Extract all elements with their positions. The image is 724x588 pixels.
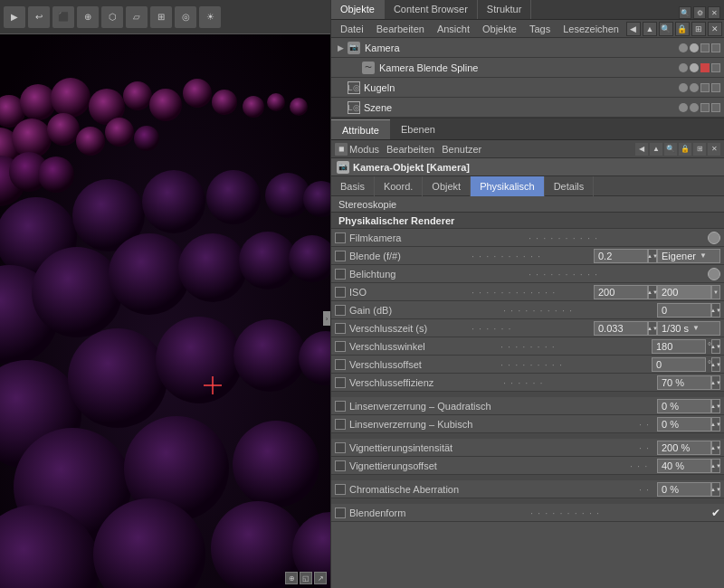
- prop-row-verschlussoffset[interactable]: Verschlussoffset · · · · · · · · · 0 ° ▲…: [331, 356, 724, 374]
- filmkamera-checkbox[interactable]: [335, 232, 346, 243]
- linsen-kub-value[interactable]: 0 %: [657, 417, 711, 432]
- tab-ebenen[interactable]: Ebenen: [390, 119, 446, 139]
- attr-expand[interactable]: ⊞: [693, 143, 706, 156]
- tab-objekte[interactable]: Objekte: [331, 0, 385, 19]
- attr-close[interactable]: ✕: [708, 143, 720, 156]
- nav-up[interactable]: ▲: [643, 22, 657, 36]
- verschlusseffizienz-value[interactable]: 70 %: [657, 375, 711, 390]
- toolbar-icon-6[interactable]: ▱: [126, 6, 148, 28]
- expand-kamera[interactable]: ▶: [335, 43, 346, 53]
- chrom-checkbox[interactable]: [335, 484, 346, 495]
- prop-row-verschlusseffizienz[interactable]: Verschlusseffizienz · · · · · · 70 % ▲▼: [331, 374, 724, 392]
- verschlussoffset-spinner[interactable]: ▲▼: [711, 357, 720, 372]
- menu-objekte[interactable]: Objekte: [477, 23, 522, 35]
- linsen-quad-spinner[interactable]: ▲▼: [711, 399, 720, 413]
- properties-area[interactable]: Physikalischer Renderer Filmkamera · · ·…: [331, 213, 724, 588]
- toolbar-icon-1[interactable]: ▶: [4, 6, 25, 28]
- blende-dropdown[interactable]: Eigener▼: [657, 249, 720, 263]
- menu-datei[interactable]: Datei: [335, 23, 369, 35]
- blende-value[interactable]: 0.2: [594, 249, 648, 263]
- verschlussoffset-checkbox[interactable]: [335, 359, 346, 370]
- search-icon[interactable]: 🔍: [679, 6, 691, 19]
- verschlusszeit-checkbox[interactable]: [335, 323, 346, 334]
- prop-row-vignettierung-int[interactable]: Vignettierungsintensität · · 200 % ▲▼: [331, 439, 724, 457]
- prop-row-linsen-quad[interactable]: Linsenverzerrung – Quadratisch 0 % ▲▼: [331, 397, 724, 415]
- tab-details[interactable]: Details: [545, 176, 595, 196]
- linsen-quad-checkbox[interactable]: [335, 401, 346, 412]
- panel-resize-handle[interactable]: ›: [323, 311, 330, 326]
- tab-koord[interactable]: Koord.: [375, 176, 423, 196]
- verschlusszeit-value[interactable]: 0.033: [594, 321, 648, 336]
- menu-bearbeiten-attr[interactable]: Bearbeiten: [386, 144, 434, 155]
- object-row-kugeln[interactable]: L◎ Kugeln: [331, 78, 724, 98]
- tab-objekt[interactable]: Objekt: [423, 176, 471, 196]
- blende-spinner[interactable]: ▲▼: [648, 249, 657, 263]
- iso-dropdown-arrow[interactable]: ▼: [711, 285, 720, 299]
- object-row-kamera[interactable]: ▶ 📷 Kamera: [331, 38, 724, 58]
- gain-checkbox[interactable]: [335, 305, 346, 316]
- vignettierung-int-checkbox[interactable]: [335, 442, 346, 453]
- prop-row-belichtung[interactable]: Belichtung · · · · · · · · · ·: [331, 265, 724, 283]
- toolbar-icon-2[interactable]: ↩: [28, 6, 50, 28]
- menu-ansicht[interactable]: Ansicht: [432, 23, 475, 35]
- expand-spline[interactable]: [349, 62, 360, 73]
- vignettierung-off-value[interactable]: 40 %: [657, 459, 711, 473]
- verschlusseffizienz-spinner[interactable]: ▲▼: [711, 375, 720, 390]
- menu-tags[interactable]: Tags: [524, 23, 556, 35]
- attr-nav-back[interactable]: ◀: [635, 143, 648, 156]
- object-row-szene[interactable]: L◎ Szene: [331, 98, 724, 118]
- prop-row-chrom[interactable]: Chromatische Aberration · · 0 % ▲▼: [331, 480, 724, 498]
- prop-row-blende[interactable]: Blende (f/#) · · · · · · · · · · 0.2 ▲▼ …: [331, 247, 724, 265]
- menu-lesezeichen[interactable]: Lesezeichen: [557, 23, 624, 35]
- toolbar-icon-8[interactable]: ◎: [175, 6, 196, 28]
- iso-spinner[interactable]: ▲▼: [648, 285, 657, 299]
- object-row-blende-spline[interactable]: 〜 Kamera Blende Spline: [331, 58, 724, 78]
- 3d-viewport[interactable]: ⊕ ◱ ↗ ›: [0, 34, 330, 588]
- verschlusswinkel-value[interactable]: 180: [652, 339, 706, 354]
- close-icon[interactable]: ✕: [708, 6, 720, 19]
- prop-row-gain[interactable]: Gain (dB) · · · · · · · · · · 0 ▲▼: [331, 301, 724, 319]
- toolbar-icon-4[interactable]: ⊕: [77, 6, 99, 28]
- iso-value2[interactable]: 200: [657, 285, 711, 299]
- menu-bearbeiten[interactable]: Bearbeiten: [371, 23, 430, 35]
- viewport-control-3[interactable]: ↗: [314, 572, 327, 584]
- tab-basis[interactable]: Basis: [331, 176, 375, 196]
- stereoskopie-row[interactable]: Stereoskopie: [331, 196, 724, 213]
- attr-nav-up[interactable]: ▲: [650, 143, 662, 156]
- close-btn[interactable]: ✕: [708, 22, 722, 36]
- settings-icon[interactable]: ⚙: [693, 6, 706, 19]
- chrom-spinner[interactable]: ▲▼: [711, 482, 720, 497]
- linsen-kub-checkbox[interactable]: [335, 419, 346, 430]
- verschlusszeit-spinner[interactable]: ▲▼: [648, 321, 657, 336]
- vignettierung-off-checkbox[interactable]: [335, 460, 346, 471]
- toolbar-icon-7[interactable]: ⊞: [150, 6, 172, 28]
- belichtung-toggle[interactable]: [708, 268, 720, 280]
- iso-checkbox[interactable]: [335, 287, 346, 298]
- linsen-quad-value[interactable]: 0 %: [657, 399, 711, 413]
- verschlusswinkel-spinner[interactable]: ▲▼: [711, 339, 720, 354]
- prop-row-filmkamera[interactable]: Filmkamera · · · · · · · · · ·: [331, 229, 724, 247]
- prop-row-linsen-kub[interactable]: Linsenverzerrung – Kubisch · · 0 % ▲▼: [331, 415, 724, 433]
- tab-content-browser[interactable]: Content Browser: [385, 0, 478, 19]
- verschlussoffset-value[interactable]: 0: [652, 357, 706, 372]
- toolbar-icon-3[interactable]: ⬛: [52, 6, 74, 28]
- viewport-control-2[interactable]: ◱: [300, 572, 312, 584]
- search-btn[interactable]: 🔍: [659, 22, 673, 36]
- toolbar-icon-9[interactable]: ☀: [199, 6, 221, 28]
- gain-spinner[interactable]: ▲▼: [711, 303, 720, 318]
- blendenform-checkbox[interactable]: [335, 507, 346, 518]
- tab-physikalisch[interactable]: Physikalisch: [471, 176, 545, 196]
- verschlusswinkel-checkbox[interactable]: [335, 341, 346, 352]
- attr-lock[interactable]: 🔒: [679, 143, 691, 156]
- vignettierung-int-spinner[interactable]: ▲▼: [711, 441, 720, 455]
- prop-row-vignettierung-off[interactable]: Vignettierungsoffset · · · 40 % ▲▼: [331, 457, 724, 475]
- verschlusseffizienz-checkbox[interactable]: [335, 377, 346, 388]
- lock-btn[interactable]: 🔒: [675, 22, 690, 36]
- linsen-kub-spinner[interactable]: ▲▼: [711, 417, 720, 432]
- prop-row-verschlusswinkel[interactable]: Verschlusswinkel · · · · · · · · 180 ° ▲…: [331, 337, 724, 356]
- vignettierung-off-spinner[interactable]: ▲▼: [711, 459, 720, 473]
- tab-struktur[interactable]: Struktur: [478, 0, 532, 19]
- filmkamera-toggle[interactable]: [708, 232, 720, 244]
- blende-checkbox[interactable]: [335, 251, 346, 261]
- attr-search[interactable]: 🔍: [664, 143, 677, 156]
